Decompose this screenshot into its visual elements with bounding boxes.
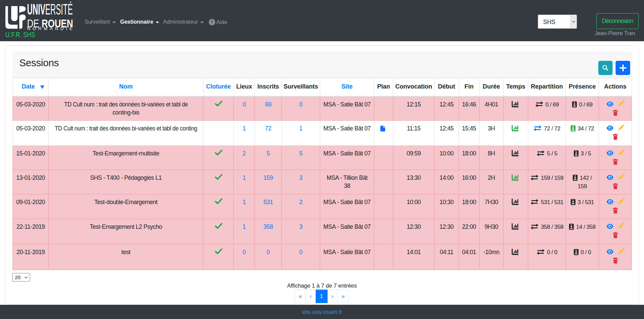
svg-text:?: ?	[210, 20, 213, 25]
